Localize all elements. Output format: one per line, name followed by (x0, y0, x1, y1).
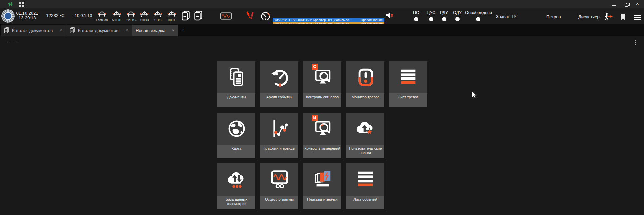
tile-badge: C (312, 64, 318, 70)
tile-label: База данных телеметрии (217, 196, 255, 209)
alarm-warning-icon[interactable] (246, 11, 255, 20)
tab-catalog-documents-2[interactable]: Каталог документов × (66, 25, 132, 36)
nav-forward-button[interactable]: → (13, 39, 19, 44)
map-globe-icon (217, 113, 255, 145)
tile-measurement-control[interactable]: И Контроль измерений (303, 113, 341, 158)
tile-telemetry-database[interactable]: База данных телеметрии (217, 163, 255, 209)
region-indicator[interactable] (442, 17, 446, 21)
event-list-icon (346, 163, 384, 196)
pylon-icon (152, 11, 163, 18)
station-label: 500 кВ (110, 18, 123, 22)
tile-event-archive[interactable]: Архив событий (260, 61, 298, 107)
region-indicator[interactable] (476, 17, 480, 21)
pylon-icon (139, 11, 150, 18)
telemetry-database-icon (217, 163, 255, 196)
region-toggle-odu[interactable]: ОДУ (451, 10, 464, 21)
charts-trends-icon (260, 113, 298, 145)
region-label: РДУ (437, 10, 451, 15)
station-button-10kv[interactable]: 10 кВ (151, 11, 164, 22)
region-toggle-cus[interactable]: ЦУС (424, 10, 438, 21)
company-logo (1, 9, 15, 23)
tile-badge: И (312, 115, 318, 121)
station-button-220kv[interactable]: 220 кВ (124, 11, 138, 22)
tile-label: Лист тревог (389, 93, 427, 107)
tab-catalog-documents-1[interactable]: Каталог документов × (1, 25, 66, 36)
speaker-muted-icon[interactable] (386, 12, 394, 19)
alarm-text: ОРУ 500кВ ВЛ2 Бреслер ПРЦ Запись ос... (289, 18, 358, 22)
tab-bar: Каталог документов × Каталог документов … (0, 24, 644, 36)
documents-journal-icon-2[interactable] (194, 11, 203, 21)
nav-back-button[interactable]: ← (6, 39, 11, 44)
tile-posters-badges[interactable]: Плакаты и значки (303, 163, 341, 209)
minimize-button[interactable] (611, 3, 617, 7)
tab-label: Новая вкладка (136, 28, 169, 33)
station-label: Главная (95, 18, 109, 22)
region-toggle-rdu[interactable]: РДУ (437, 10, 451, 21)
tab-label: Каталог документов (12, 28, 57, 33)
tile-label: Карта (217, 145, 255, 158)
region-toggle-ps[interactable]: ПС (410, 10, 422, 21)
current-date: 01.10.2021 (15, 11, 39, 16)
tu-capture-button[interactable]: Захват ТУ (496, 14, 516, 19)
alarm-row[interactable]: 13:29:12 ОРУ 500кВ ВЛ2 Бреслер ПРЦ Запис… (273, 18, 384, 22)
documents-icon (217, 61, 255, 93)
tile-charts-trends[interactable]: Графики и тренды (260, 113, 298, 158)
server-ip: 10.0.1.10 (75, 13, 92, 18)
mouse-cursor (472, 91, 478, 99)
oscillogram-toolbar-icon[interactable] (220, 12, 232, 20)
sync-status-icon (8, 1, 13, 7)
station-button-500kv[interactable]: 500 кВ (110, 11, 123, 22)
tile-alarm-monitor[interactable]: Монитор тревог (346, 61, 384, 107)
new-tab-button[interactable]: + (181, 27, 185, 33)
region-indicator[interactable] (414, 17, 418, 21)
user-lists-icon (346, 113, 384, 145)
logo-globe (4, 12, 12, 20)
tab-close-icon[interactable]: × (60, 28, 62, 33)
tile-map[interactable]: Карта (217, 113, 255, 158)
station-label: 10 кВ (151, 18, 164, 22)
tile-documents[interactable]: Документы (217, 61, 255, 107)
documents-journal-icon[interactable] (181, 11, 190, 21)
event-archive-icon (260, 61, 298, 93)
region-indicator[interactable] (429, 17, 433, 21)
gauge-icon[interactable] (260, 11, 271, 21)
alarm-status: Срабатывание (361, 18, 383, 22)
region-label: Освобождено (465, 10, 491, 15)
region-toggle-released[interactable]: Освобождено (465, 10, 491, 21)
bookmark-icon[interactable] (620, 14, 626, 21)
tile-label: Плакаты и значки (303, 196, 341, 209)
tile-alarm-list[interactable]: Лист тревог (389, 61, 427, 107)
station-button-110kv[interactable]: 110 кВ (138, 11, 151, 22)
close-button[interactable]: × (636, 2, 643, 6)
pylon-icon (166, 11, 177, 18)
document-tab-icon (70, 27, 75, 33)
tile-signal-control[interactable]: C Контроль сигналов (303, 61, 341, 107)
station-button-main[interactable]: Главная (95, 11, 109, 22)
tile-label: Пользователь-ские списки (346, 145, 384, 158)
pylon-icon (97, 11, 107, 18)
pylon-icon (111, 11, 122, 18)
region-label: ОДУ (451, 10, 464, 15)
tab-label: Каталог документов (78, 28, 123, 33)
tile-oscillograms[interactable]: Осциллограммы (260, 163, 298, 209)
tile-user-lists[interactable]: Пользователь-ские списки (346, 113, 384, 158)
region-label: ЦУС (424, 10, 438, 15)
posters-badges-icon (303, 163, 341, 196)
scada-app-window: × 01.10.2021 13:29:13 12232 •С 10.0.1.10… (0, 0, 644, 215)
oscillograms-icon (260, 163, 298, 196)
station-button-shpt[interactable]: ЩПТ (165, 11, 179, 22)
station-label: 220 кВ (124, 18, 138, 22)
more-options-icon[interactable] (634, 39, 637, 46)
measurement-control-icon: И (303, 113, 341, 145)
logout-handover-icon[interactable] (604, 13, 613, 21)
restore-button[interactable] (624, 3, 631, 7)
document-tab-icon (4, 27, 9, 33)
tab-close-icon[interactable]: × (172, 28, 175, 33)
tab-close-icon[interactable]: × (126, 28, 128, 33)
app-grid-icon[interactable] (19, 2, 24, 7)
tab-new-tab[interactable]: Новая вкладка × (132, 25, 178, 36)
menu-hamburger-icon[interactable] (634, 15, 641, 20)
tile-event-list[interactable]: Лист событий (346, 163, 384, 209)
region-indicator[interactable] (455, 17, 460, 21)
tile-label: Документы (217, 93, 255, 107)
